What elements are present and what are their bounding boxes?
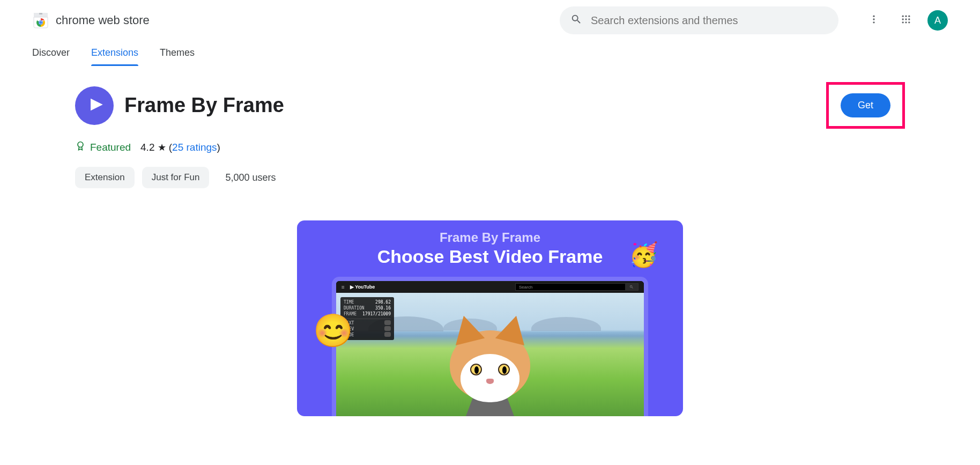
get-button-highlight: Get: [826, 82, 905, 129]
more-vert-icon: [868, 14, 879, 27]
promo-subtitle: Frame By Frame: [318, 230, 662, 245]
svg-point-11: [908, 16, 910, 17]
cat-illustration: [428, 330, 552, 416]
meta-row: Featured 4.2 ★ (25 ratings): [75, 141, 905, 154]
nav-tabs: Discover Extensions Themes: [0, 41, 980, 66]
avatar-initial: A: [934, 15, 941, 26]
title-row: Frame By Frame Get: [75, 82, 905, 129]
svg-point-10: [905, 16, 907, 17]
avatar[interactable]: A: [927, 10, 948, 31]
youtube-bar: ≡ ▶ YouTube Search: [336, 281, 644, 293]
hamburger-icon: ≡: [341, 284, 345, 290]
promo-card[interactable]: Frame By Frame Choose Best Video Frame 🥳…: [297, 220, 683, 416]
promo-title: Choose Best Video Frame: [318, 246, 662, 267]
rating-group: 4.2 ★ (25 ratings): [140, 142, 220, 153]
svg-point-6: [873, 16, 874, 17]
chip-extension[interactable]: Extension: [75, 167, 135, 188]
tab-discover[interactable]: Discover: [32, 47, 70, 66]
promo-area: Frame By Frame Choose Best Video Frame 🥳…: [75, 220, 905, 416]
youtube-search-button-icon: [625, 284, 638, 290]
party-emoji-icon: 🥳: [629, 241, 658, 269]
store-title: chrome web store: [56, 13, 150, 27]
main-content: Frame By Frame Get Featured 4.2 ★ (25 ra…: [0, 66, 980, 416]
rating-value: 4.2: [140, 142, 154, 153]
search-icon: [570, 13, 582, 27]
store-logo-link[interactable]: chrome web store: [32, 12, 150, 29]
more-menu-button[interactable]: [863, 10, 885, 31]
youtube-search: Search: [515, 283, 639, 291]
svg-point-5: [39, 21, 42, 24]
video-frame: TIME298.62 DURATION350.16 FRAME17917/210…: [336, 293, 644, 416]
svg-point-18: [78, 142, 83, 147]
tab-extensions[interactable]: Extensions: [91, 47, 138, 66]
tab-themes[interactable]: Themes: [160, 47, 195, 66]
header-actions: A: [863, 10, 948, 31]
chrome-web-store-icon: [32, 12, 49, 29]
featured-badge: Featured: [75, 141, 131, 154]
play-icon: [84, 95, 105, 116]
featured-label: Featured: [90, 142, 131, 153]
search-input[interactable]: [591, 14, 828, 27]
star-icon: ★: [158, 142, 169, 153]
header: chrome web store A: [0, 0, 980, 41]
chip-category[interactable]: Just for Fun: [142, 167, 210, 188]
youtube-search-text: Search: [516, 285, 625, 290]
svg-point-13: [905, 18, 907, 20]
svg-point-8: [873, 21, 874, 23]
users-count: 5,000 users: [225, 172, 276, 183]
smile-emoji-icon: 😊: [313, 312, 353, 350]
extension-icon: [75, 86, 114, 125]
get-button[interactable]: Get: [841, 93, 890, 117]
svg-point-16: [905, 21, 907, 23]
svg-point-9: [902, 16, 904, 17]
apps-grid-icon: [901, 14, 911, 27]
promo-browser-mock: ≡ ▶ YouTube Search: [332, 277, 648, 416]
extension-title: Frame By Frame: [124, 94, 284, 117]
svg-point-12: [902, 18, 904, 20]
svg-point-7: [873, 18, 874, 20]
svg-point-15: [902, 21, 904, 23]
svg-rect-1: [39, 13, 42, 14]
ratings-link[interactable]: 25 ratings: [172, 142, 217, 153]
apps-button[interactable]: [895, 10, 917, 31]
chips-row: Extension Just for Fun 5,000 users: [75, 167, 905, 188]
youtube-logo: ▶ YouTube: [350, 284, 375, 290]
svg-point-14: [908, 18, 910, 20]
svg-point-17: [908, 21, 910, 23]
award-icon: [75, 141, 86, 154]
search-box[interactable]: [560, 6, 838, 34]
